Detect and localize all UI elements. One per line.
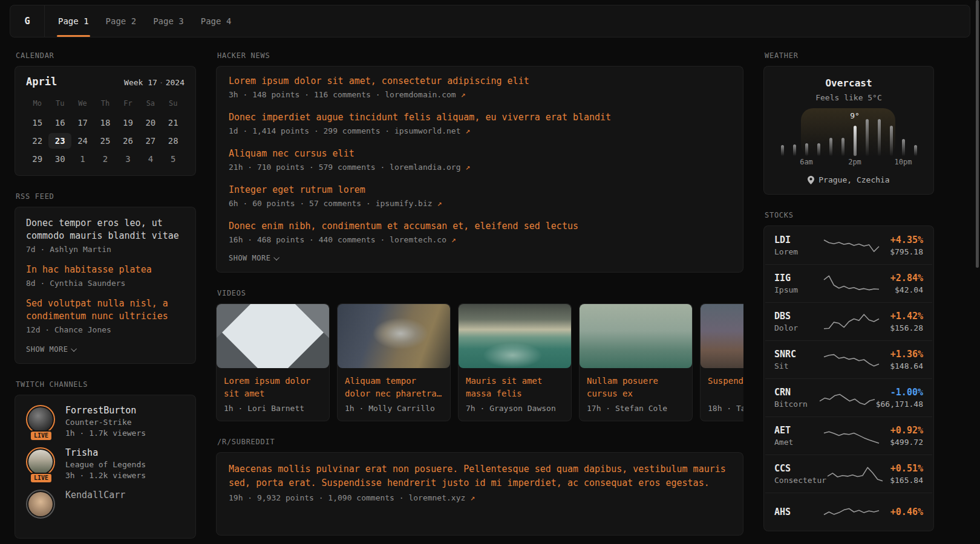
hackernews-show-more-button[interactable]: SHOW MORE [229,254,731,262]
rss-item-title[interactable]: Sed volutpat nulla nisl, a condimentum n… [26,297,185,323]
subreddit-post-title[interactable]: Maecenas mollis pulvinar erat non posuer… [229,462,731,490]
hackernews-item-title[interactable]: Aliquam nec cursus elit [229,147,731,160]
twitch-channel-name[interactable]: KendallCarr [65,490,125,500]
stock-row[interactable]: CCSConsectetur+0.51%$165.84 [765,455,932,493]
twitch-avatar-wrap: LIVE [26,447,56,480]
sparkline-chart [823,349,880,370]
hackernews-item-title[interactable]: Integer eget rutrum lorem [229,183,731,196]
rss-item-title[interactable]: Donec tempor eros leo, ut commodo mauris… [26,217,185,242]
rss-section-title: RSS FEED [16,192,196,201]
external-link-icon[interactable]: ↗ [451,235,456,244]
video-title[interactable]: Mauris sit amet massa felis [459,368,571,400]
stock-row[interactable]: LDILorem+4.35%$795.18 [765,226,932,264]
calendar-current-day: 23 [48,133,71,149]
external-link-icon[interactable]: ↗ [465,126,470,135]
stock-row[interactable]: AHS+0.46% [765,493,932,531]
stock-numbers: +1.42%$156.28 [880,311,923,332]
stock-price: $42.04 [880,285,923,294]
twitch-channel-meta: 1h · 1.7k viewers [65,429,146,438]
hackernews-card: Lorem ipsum dolor sit amet, consectetur … [216,66,743,273]
external-link-icon[interactable]: ↗ [437,199,442,208]
app-logo[interactable]: G [10,5,45,37]
twitch-avatar-wrap: LIVE [26,405,56,438]
video-thumbnail[interactable] [580,304,692,368]
video-thumbnail[interactable] [459,304,571,368]
stock-info: CCSConsectetur [774,463,826,485]
weather-bar-slot [812,143,825,156]
subreddit-post-meta: 19h · 9,932 points · 1,090 comments · lo… [229,493,731,502]
calendar-widget: CALENDAR April Week 17·2024 MoTuWeThFrSa… [15,51,196,176]
calendar-month: April [26,76,57,88]
stock-row[interactable]: SNRCSit+1.36%$148.64 [765,340,932,378]
video-thumbnail[interactable] [338,304,450,368]
twitch-channel-row[interactable]: LIVETrishaLeague of Legends3h · 1.2k vie… [26,447,185,480]
stock-row[interactable]: IIGIpsum+2.84%$42.04 [765,264,932,302]
avatar [28,492,53,516]
hackernews-item-title[interactable]: Lorem ipsum dolor sit amet, consectetur … [229,74,731,88]
weather-bar [781,145,784,156]
video-thumbnail[interactable] [217,304,329,368]
calendar-weekday-header: Th [94,97,116,112]
weather-bar-slot [897,139,909,156]
twitch-channel-row[interactable]: LIVEForrestBurtonCounter-Strike1h · 1.7k… [26,405,185,438]
stock-row[interactable]: DBSDolor+1.42%$156.28 [765,302,932,340]
video-card[interactable]: Lorem ipsum dolor sit amet consectetu…1h… [216,303,330,421]
videos-widget: VIDEOS Lorem ipsum dolor sit amet consec… [216,289,743,421]
video-thumbnail[interactable] [701,304,743,368]
external-link-icon[interactable]: ↗ [461,90,466,99]
twitch-channel-info: KendallCarr [65,490,125,519]
twitch-channel-row[interactable]: KendallCarr [26,490,185,519]
weather-bar [878,119,881,156]
stock-row[interactable]: CRNBitcorn-1.00%$66,171.48 [765,378,932,416]
external-link-icon[interactable]: ↗ [470,493,475,502]
stock-info: AHS [774,507,823,517]
hackernews-widget: HACKER NEWS Lorem ipsum dolor sit amet, … [216,51,743,273]
page-scrollbar-thumb[interactable] [976,0,979,268]
calendar-day: 21 [162,115,185,131]
weather-bar [914,145,917,156]
stock-symbol: DBS [774,311,823,322]
calendar-weekday-header: Fr [117,97,139,112]
tab-page-4[interactable]: Page 4 [192,5,240,37]
external-link-icon[interactable]: ↗ [465,163,470,172]
calendar-day: 3 [117,151,139,167]
page-tabs: Page 1Page 2Page 3Page 4 [45,5,240,37]
video-card[interactable]: Suspendisse diam18h · Tara [700,303,743,421]
hackernews-item-meta: 6h · 60 points · 57 comments · ipsumify.… [229,199,731,208]
twitch-channel-name[interactable]: ForrestBurton [65,405,146,416]
tab-page-3[interactable]: Page 3 [145,5,192,37]
tab-page-1[interactable]: Page 1 [50,5,97,37]
stock-numbers: +2.84%$42.04 [880,273,923,294]
tab-page-2[interactable]: Page 2 [97,5,145,37]
rss-card: Donec tempor eros leo, ut commodo mauris… [15,207,196,364]
calendar-day: 20 [139,115,162,131]
twitch-avatar-wrap [26,490,56,519]
video-title[interactable]: Lorem ipsum dolor sit amet consectetu… [217,368,329,400]
calendar-weekday-header: We [71,97,94,112]
sparkline-chart [826,464,884,484]
calendar-day: 1 [71,151,94,167]
video-title[interactable]: Nullam posuere cursus ex [580,368,692,400]
hackernews-item-title[interactable]: Donec enim nibh, condimentum et accumsan… [229,219,731,233]
videos-section-title: VIDEOS [217,289,743,297]
calendar-day: 15 [26,115,48,131]
stock-numbers: -1.00%$66,171.48 [876,387,923,409]
stock-row[interactable]: AETAmet+0.92%$499.72 [765,416,932,455]
hackernews-item-title[interactable]: Donec imperdiet augue tincidunt felis al… [229,111,731,124]
hackernews-item: Aliquam nec cursus elit21h · 710 points … [229,147,731,172]
video-title[interactable]: Aliquam tempor dolor nec pharetra… [338,368,450,400]
live-badge: LIVE [30,473,53,484]
twitch-channel-name[interactable]: Trisha [65,447,146,458]
hackernews-item: Integer eget rutrum lorem6h · 60 points … [229,183,731,208]
stock-symbol: CRN [774,387,818,398]
video-card[interactable]: Nullam posuere cursus ex17h · Stefan Col… [579,303,693,421]
weather-location: Prague, Czechia [774,175,924,184]
stock-name: Dolor [774,323,823,332]
video-card[interactable]: Aliquam tempor dolor nec pharetra…1h · M… [337,303,451,421]
stock-numbers: +0.46% [880,507,923,517]
rss-show-more-button[interactable]: SHOW MORE [26,345,185,354]
video-title[interactable]: Suspendisse diam [701,368,743,400]
dashboard-grid: CALENDAR April Week 17·2024 MoTuWeThFrSa… [15,51,965,544]
video-card[interactable]: Mauris sit amet massa felis7h · Grayson … [458,303,572,421]
rss-item-title[interactable]: In hac habitasse platea [26,264,185,276]
